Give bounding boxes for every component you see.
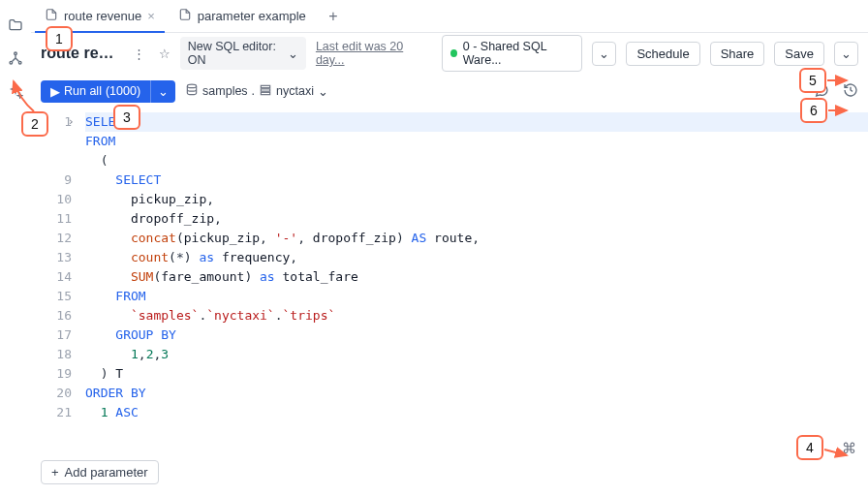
add-parameter-button[interactable]: + Add parameter	[41, 460, 159, 484]
line-gutter: 19101112131415161718192021	[31, 108, 81, 496]
warehouse-selector[interactable]: 0 - Shared SQL Ware...	[442, 35, 583, 72]
close-icon[interactable]: ×	[147, 9, 155, 23]
save-more-button[interactable]: ⌄	[834, 42, 858, 66]
svg-point-3	[187, 84, 196, 88]
star-icon[interactable]: ☆	[159, 46, 170, 61]
code-content[interactable]: ›SELECTFROM ( SELECT pickup_zip, dropoff…	[81, 108, 868, 496]
run-bar: ▶ Run all (1000) ⌄ samples . nyctaxi ⌄	[31, 74, 868, 108]
run-all-button[interactable]: ▶ Run all (1000) ⌄	[41, 80, 175, 103]
kebab-menu-icon[interactable]: ⋮	[129, 46, 149, 61]
sql-file-icon	[45, 8, 58, 24]
database-icon	[185, 83, 199, 100]
svg-point-0	[15, 52, 17, 55]
save-button[interactable]: Save	[774, 42, 824, 66]
history-icon[interactable]	[843, 82, 858, 101]
svg-rect-5	[261, 88, 269, 90]
tab-bar: route revenue × parameter example +	[31, 0, 868, 33]
page-title: route reve...	[41, 45, 119, 62]
chevron-down-icon[interactable]: ⌄	[150, 80, 175, 103]
sql-file-icon	[178, 8, 192, 24]
plus-icon: +	[51, 465, 59, 480]
code-editor[interactable]: 19101112131415161718192021 ›SELECTFROM (…	[31, 108, 868, 496]
svg-rect-6	[261, 92, 269, 94]
schema-icon[interactable]	[8, 50, 23, 66]
share-button[interactable]: Share	[710, 42, 765, 66]
play-icon: ▶	[50, 84, 60, 99]
status-dot-icon	[450, 49, 457, 57]
left-rail	[0, 0, 31, 496]
new-tab-button[interactable]: +	[320, 3, 347, 30]
tab-route-revenue[interactable]: route revenue ×	[35, 0, 165, 33]
svg-point-2	[18, 61, 21, 64]
last-edit-link[interactable]: Last edit was 20 day...	[316, 40, 422, 67]
context-selector[interactable]: samples . nyctaxi ⌄	[185, 83, 328, 100]
main-area: route revenue × parameter example + rout…	[31, 0, 868, 496]
chevron-down-icon: ⌄	[318, 84, 328, 99]
tab-label: parameter example	[198, 9, 306, 23]
sql-editor-toggle[interactable]: New SQL editor: ON ⌄	[180, 37, 306, 70]
svg-rect-4	[261, 85, 269, 87]
schedule-button[interactable]: Schedule	[626, 42, 699, 66]
schema-small-icon	[259, 83, 272, 100]
comment-icon[interactable]	[814, 82, 829, 101]
tab-label: route revenue	[64, 9, 141, 23]
warehouse-more-button[interactable]: ⌄	[592, 42, 616, 66]
keyboard-shortcuts-icon[interactable]: ⌘	[842, 440, 856, 457]
svg-point-1	[10, 61, 13, 64]
chevron-down-icon: ⌄	[288, 46, 298, 61]
sparkle-icon[interactable]	[8, 83, 23, 99]
folder-icon[interactable]	[8, 17, 23, 33]
title-bar: route reve... ⋮ ☆ New SQL editor: ON ⌄ L…	[31, 33, 868, 74]
tab-parameter-example[interactable]: parameter example	[169, 0, 316, 33]
